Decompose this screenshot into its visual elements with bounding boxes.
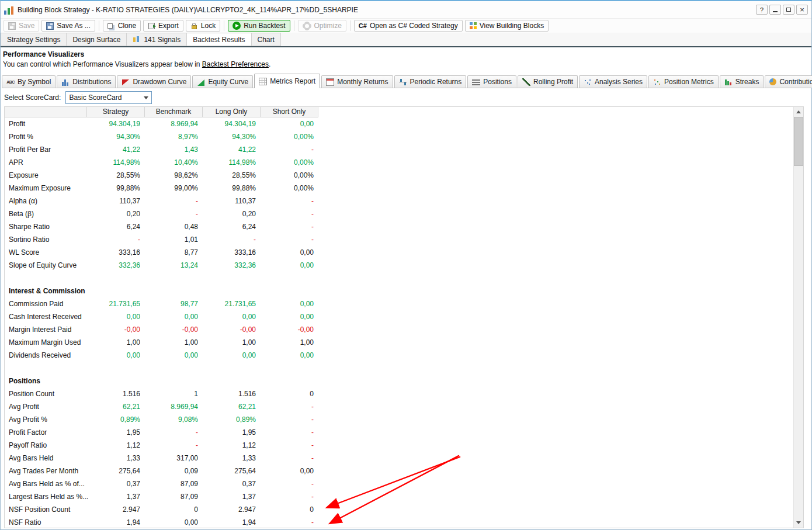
scatter-icon: [584, 78, 592, 86]
scroll-up-button[interactable]: [794, 107, 803, 117]
metric-value: 0,00: [260, 300, 318, 308]
minimize-button[interactable]: [769, 5, 781, 15]
metric-value: -0,00: [144, 325, 202, 334]
metric-value: 1.516: [86, 390, 144, 398]
visualizer-tab-analysis-series[interactable]: Analysis Series: [579, 75, 647, 88]
metric-name: Alpha (α): [5, 197, 86, 205]
metric-value: 0,20: [86, 210, 144, 218]
metric-value: 0,00: [260, 248, 318, 257]
tab-backtest-results[interactable]: Backtest Results: [186, 33, 251, 46]
metric-value: 0,48: [144, 223, 202, 231]
metric-value: 1,94: [86, 518, 144, 526]
metrics-row: Avg Bars Held as % of...0,3787,090,37-: [5, 477, 803, 490]
metric-value: -: [260, 454, 318, 462]
save-as-button[interactable]: Save As ...: [41, 20, 95, 32]
scorecard-row: Select ScoreCard: Basic ScoreCard: [4, 90, 152, 105]
visualizer-tab-streaks[interactable]: Streaks: [720, 75, 764, 88]
metric-value: 28,55%: [86, 171, 144, 179]
metrics-row: Alpha (α)110,37-110,37-: [5, 195, 803, 207]
metric-value: 114,98%: [86, 158, 144, 167]
tab-design-surface[interactable]: Design Surface: [66, 33, 126, 46]
metric-value: 333,16: [86, 248, 144, 257]
visualizer-tab-positions[interactable]: Positions: [467, 75, 516, 88]
main-tab-label: 141 Signals: [144, 36, 181, 44]
toolbar-separator: [99, 20, 99, 31]
metrics-row: Profit Per Bar41,221,4341,22-: [5, 143, 803, 156]
vertical-scrollbar[interactable]: [793, 107, 803, 528]
metric-value: 0,89%: [86, 415, 144, 424]
visualizer-tab-label: Analysis Series: [595, 78, 643, 86]
metrics-header-cell: Short Only: [260, 107, 318, 117]
visualizer-tab-metrics-report[interactable]: Metrics Report: [254, 74, 320, 88]
toolbar-button-label: Clone: [118, 22, 136, 30]
metric-name: Position Count: [5, 390, 86, 398]
visualizer-tab-periodic-returns[interactable]: Periodic Returns: [394, 75, 467, 88]
toolbar-button-label: Run Backtest: [244, 22, 285, 30]
metric-value: -: [260, 146, 318, 154]
scorecard-select[interactable]: Basic ScoreCard: [65, 91, 152, 104]
visualizer-tab-equity-curve[interactable]: Equity Curve: [192, 75, 253, 88]
scroll-down-button[interactable]: [794, 518, 803, 528]
metrics-row: WL Score333,168,77333,160,00: [5, 246, 803, 259]
run-backtest-button[interactable]: Run Backtest: [228, 20, 290, 32]
metric-value: -: [260, 518, 318, 526]
visualizer-tab-drawdown-curve[interactable]: Drawdown Curve: [117, 75, 191, 88]
metric-value: 1,00: [202, 338, 260, 347]
metric-value: 0,00: [260, 120, 318, 128]
metric-value: 1,12: [86, 441, 144, 449]
export-button[interactable]: Export: [143, 20, 183, 32]
maximize-button[interactable]: [783, 5, 794, 15]
metrics-row: Sharpe Ratio6,240,486,24-: [5, 220, 803, 233]
help-button[interactable]: ?: [756, 5, 768, 15]
toolbar: SaveSave As ...CloneExportLockRun Backte…: [1, 19, 811, 33]
metric-value: 98,62%: [144, 171, 202, 179]
metric-value: 317,00: [144, 454, 202, 462]
metrics-row: Profit Factor1,95-1,95-: [5, 426, 803, 439]
abc-icon: ABC: [6, 78, 15, 86]
visualizer-tab-by-symbol[interactable]: ABCBy Symbol: [2, 75, 55, 88]
main-tab-label: Backtest Results: [193, 36, 245, 44]
toolbar-separator: [294, 20, 294, 31]
metric-value: -: [260, 197, 318, 205]
metric-value: 1,33: [86, 454, 144, 462]
calendar-icon: [326, 78, 334, 86]
tab-signals[interactable]: 141 Signals: [126, 33, 186, 46]
visualizer-tab-monthly-returns[interactable]: Monthly Returns: [321, 75, 393, 88]
performance-visualizers-heading: Performance Visualizers: [3, 50, 84, 58]
visualizer-tab-label: Distributions: [72, 78, 111, 86]
scorecard-label: Select ScoreCard:: [4, 93, 61, 102]
streaks-icon: [724, 78, 733, 86]
close-button[interactable]: ×: [796, 5, 808, 15]
metrics-row: Profit94.304,198.969,9494.304,190,00: [5, 117, 803, 130]
export-icon: [148, 23, 155, 29]
save-icon: [8, 22, 16, 30]
backtest-preferences-link[interactable]: Backtest Preferences: [202, 60, 269, 68]
open-csharp-button[interactable]: C#Open as C# Coded Strategy: [354, 20, 463, 32]
visualizer-tab-contribution[interactable]: Contribution: [765, 75, 812, 88]
metrics-header-cell: Benchmark: [144, 107, 202, 117]
metrics-row: Slope of Equity Curve332,3613,24332,360,…: [5, 259, 803, 272]
tab-chart[interactable]: Chart: [251, 33, 281, 46]
metric-name: Sharpe Ratio: [5, 223, 86, 231]
metrics-row: NSF Position Count2.94702.9470: [5, 503, 803, 516]
metric-value: 1: [144, 390, 202, 398]
scrollbar-thumb[interactable]: [794, 117, 803, 166]
lock-button[interactable]: Lock: [186, 20, 220, 32]
clone-button[interactable]: Clone: [103, 20, 141, 32]
toolbar-button-label: Open as C# Coded Strategy: [370, 22, 458, 30]
metrics-header-row: StrategyBenchmarkLong OnlyShort Only: [5, 107, 318, 117]
metric-value: 332,36: [202, 261, 260, 269]
tab-strategy-settings[interactable]: Strategy Settings: [1, 33, 66, 46]
visualizer-tab-distributions[interactable]: Distributions: [57, 75, 116, 88]
window-controls: ? ×: [754, 5, 808, 15]
dots-icon: [653, 78, 661, 86]
visualizer-tab-position-metrics[interactable]: Position Metrics: [648, 75, 719, 88]
save-button: Save: [4, 20, 39, 32]
metric-name: Beta (β): [5, 210, 86, 218]
metrics-row: Avg Trades Per Month275,640,09275,640,00: [5, 465, 803, 477]
visualizer-tab-rolling-profit[interactable]: Rolling Profit: [518, 75, 578, 88]
metrics-row: APR114,98%10,40%114,98%0,00%: [5, 156, 803, 169]
view-building-blocks-button[interactable]: View Building Blocks: [465, 20, 549, 32]
main-tab-label: Chart: [258, 36, 275, 44]
metric-value: 98,77: [144, 300, 202, 308]
